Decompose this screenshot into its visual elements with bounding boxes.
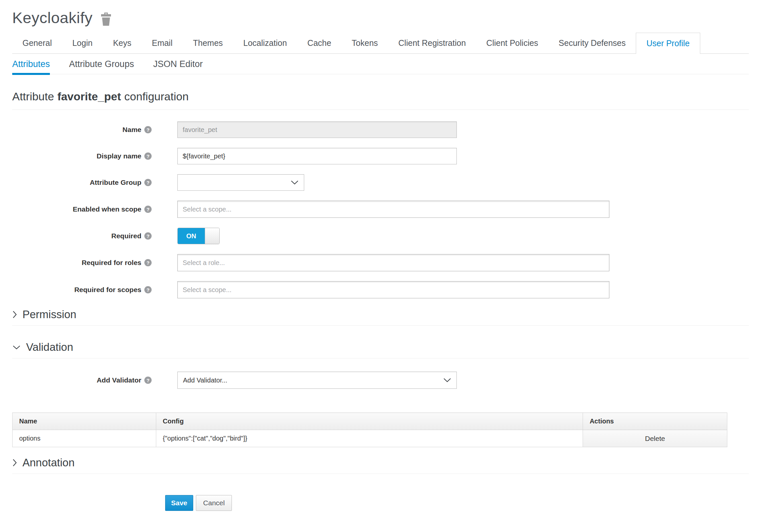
tab-localization[interactable]: Localization	[233, 33, 297, 53]
subtab-json-editor[interactable]: JSON Editor	[153, 54, 203, 74]
toggle-handle[interactable]	[205, 228, 219, 244]
chevron-down-icon	[12, 345, 21, 350]
tab-tokens[interactable]: Tokens	[341, 33, 388, 53]
tab-keys[interactable]: Keys	[103, 33, 142, 53]
cancel-button[interactable]: Cancel	[196, 495, 232, 511]
validators-table: Name Config Actions options {"options":[…	[12, 412, 727, 447]
validators-table-header-row: Name Config Actions	[13, 413, 727, 430]
column-header-actions: Actions	[583, 413, 727, 430]
attribute-config-heading: Attribute favorite_pet configuration	[12, 90, 749, 103]
tab-login[interactable]: Login	[62, 33, 103, 53]
required-for-roles-input[interactable]	[177, 254, 610, 271]
display-name-input[interactable]	[177, 148, 457, 164]
tab-client-policies[interactable]: Client Policies	[476, 33, 548, 53]
required-for-scopes-row: Required for scopes ?	[12, 281, 749, 298]
add-validator-label: Add Validator	[97, 376, 142, 384]
chevron-down-icon	[443, 378, 451, 383]
display-name-label: Display name	[97, 152, 142, 160]
main-tab-bar: General Login Keys Email Themes Localiza…	[12, 33, 749, 54]
form-actions: Save Cancel	[165, 495, 749, 511]
tab-client-registration[interactable]: Client Registration	[388, 33, 476, 53]
add-validator-row: Add Validator ? Add Validator...	[12, 372, 749, 389]
validation-divider	[12, 358, 749, 358]
attribute-form: Name ? Display name ? Attribute Group ?	[12, 122, 749, 298]
help-icon[interactable]: ?	[144, 232, 151, 239]
section-permission-label: Permission	[23, 308, 76, 321]
delete-validator-button[interactable]: Delete	[645, 435, 665, 443]
attribute-group-select[interactable]	[177, 174, 304, 191]
name-row: Name ?	[12, 122, 749, 138]
display-name-row: Display name ?	[12, 148, 749, 164]
heading-prefix: Attribute	[12, 90, 54, 103]
page-title: Keycloakify	[12, 9, 92, 27]
help-icon[interactable]: ?	[144, 206, 151, 213]
help-icon[interactable]: ?	[144, 126, 151, 133]
tab-security-defenses[interactable]: Security Defenses	[548, 33, 636, 53]
required-for-roles-label: Required for roles	[82, 259, 142, 267]
enabled-when-scope-row: Enabled when scope ?	[12, 201, 749, 218]
column-header-name: Name	[13, 413, 156, 430]
help-icon[interactable]: ?	[144, 286, 151, 293]
section-annotation[interactable]: Annotation	[12, 456, 749, 469]
section-validation[interactable]: Validation	[12, 341, 749, 353]
help-icon[interactable]: ?	[144, 179, 151, 186]
attribute-group-row: Attribute Group ?	[12, 174, 749, 191]
permission-divider	[12, 325, 749, 326]
user-profile-attribute-page: Keycloakify General Login Keys Email The…	[0, 9, 761, 511]
subtab-attributes[interactable]: Attributes	[12, 54, 50, 74]
chevron-right-icon	[12, 458, 17, 467]
heading-suffix: configuration	[124, 90, 189, 103]
subtab-attribute-groups[interactable]: Attribute Groups	[69, 54, 134, 74]
enabled-when-scope-label: Enabled when scope	[73, 205, 142, 213]
name-label: Name	[123, 126, 142, 133]
validator-config-cell: {"options":["cat","dog","bird"]}	[156, 430, 583, 447]
enabled-when-scope-input[interactable]	[177, 201, 610, 218]
realm-header: Keycloakify	[12, 9, 749, 27]
add-validator-select[interactable]: Add Validator...	[177, 372, 457, 389]
required-for-roles-row: Required for roles ?	[12, 254, 749, 271]
section-permission[interactable]: Permission	[12, 308, 749, 321]
required-label: Required	[111, 232, 142, 240]
tab-user-profile[interactable]: User Profile	[636, 33, 700, 54]
section-annotation-label: Annotation	[23, 456, 75, 469]
sub-tab-bar: Attributes Attribute Groups JSON Editor	[12, 54, 749, 74]
validator-name-cell: options	[13, 430, 156, 447]
chevron-right-icon	[12, 310, 17, 319]
toggle-on-label: ON	[178, 228, 205, 244]
table-row: options {"options":["cat","dog","bird"]}…	[13, 430, 727, 447]
tab-general[interactable]: General	[12, 33, 62, 53]
trash-icon	[100, 13, 112, 26]
help-icon[interactable]: ?	[144, 377, 151, 384]
attribute-group-label: Attribute Group	[90, 179, 142, 186]
required-row: Required ? ON	[12, 228, 749, 244]
add-validator-select-value: Add Validator...	[183, 377, 227, 384]
required-toggle[interactable]: ON	[177, 228, 220, 244]
name-input[interactable]	[177, 122, 457, 138]
help-icon[interactable]: ?	[144, 152, 151, 160]
required-for-scopes-label: Required for scopes	[74, 286, 142, 294]
help-icon[interactable]: ?	[144, 259, 151, 266]
heading-divider	[12, 110, 749, 110]
column-header-config: Config	[156, 413, 583, 430]
tab-cache[interactable]: Cache	[297, 33, 341, 53]
validator-actions-cell: Delete	[583, 430, 727, 447]
tab-email[interactable]: Email	[142, 33, 183, 53]
save-button[interactable]: Save	[165, 495, 193, 511]
section-validation-label: Validation	[26, 341, 73, 353]
delete-button[interactable]	[100, 10, 112, 26]
heading-attribute-name: favorite_pet	[57, 90, 121, 103]
chevron-down-icon	[291, 181, 299, 185]
tab-themes[interactable]: Themes	[183, 33, 233, 53]
annotation-divider	[12, 474, 749, 474]
required-for-scopes-input[interactable]	[177, 281, 610, 298]
